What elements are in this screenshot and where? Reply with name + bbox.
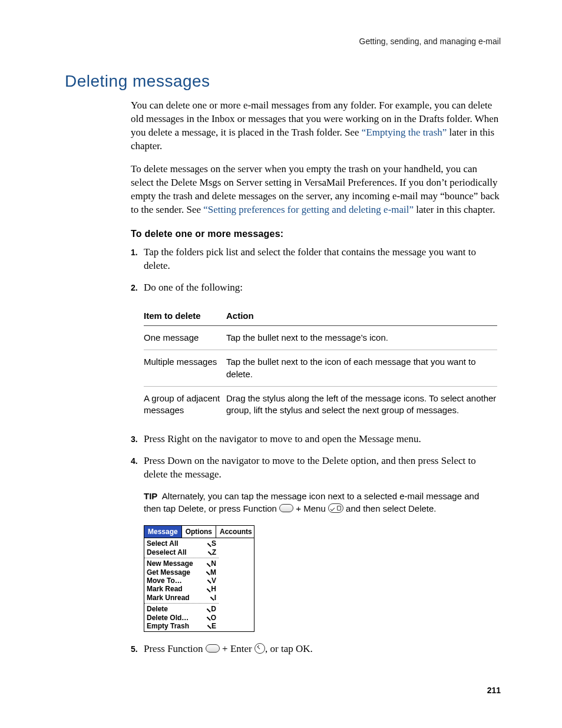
step-number: 1. bbox=[131, 246, 144, 273]
step-list-continued: 3. Press Right on the navigator to move … bbox=[131, 433, 501, 482]
menu-item: Delete Old…O bbox=[147, 614, 216, 622]
step-number: 4. bbox=[131, 454, 144, 482]
procedure-heading: To delete one or more messages: bbox=[131, 228, 501, 241]
step-number: 5. bbox=[131, 643, 144, 656]
text: Press Function bbox=[144, 643, 206, 654]
table-cell: A group of adjacent messages bbox=[144, 393, 226, 417]
text: + Enter bbox=[220, 643, 254, 654]
text: later in this chapter. bbox=[414, 204, 495, 215]
table-cell: One message bbox=[144, 332, 226, 344]
step-3: 3. Press Right on the navigator to move … bbox=[131, 433, 501, 446]
menu-item: New MessageN bbox=[147, 559, 216, 568]
link-setting-preferences[interactable]: “Setting preferences for getting and del… bbox=[203, 204, 414, 215]
menu-label: New Message bbox=[147, 559, 193, 568]
shortcut: Z bbox=[207, 548, 216, 556]
menu-item: Move To…V bbox=[147, 577, 216, 585]
step-1: 1. Tap the folders pick list and select … bbox=[131, 246, 501, 273]
menu-label: Delete Old… bbox=[147, 614, 189, 622]
function-key-icon bbox=[206, 644, 220, 653]
menu-label: Mark Read bbox=[147, 585, 183, 593]
body-content: You can delete one or more e-mail messag… bbox=[131, 99, 501, 656]
step-text: Tap the folders pick list and select the… bbox=[144, 246, 501, 273]
menu-item: Mark ReadH bbox=[147, 585, 216, 593]
table-row: Multiple messages Tap the bullet next to… bbox=[144, 350, 497, 387]
shortcut: O bbox=[206, 614, 216, 622]
menu-item: Mark UnreadI bbox=[147, 594, 216, 602]
menu-label: Deselect All bbox=[147, 548, 187, 556]
shortcut: D bbox=[206, 605, 216, 613]
shortcut: S bbox=[206, 539, 216, 548]
tab-message: Message bbox=[144, 526, 182, 538]
step-text: Do one of the following: bbox=[144, 281, 501, 295]
shortcut: N bbox=[206, 559, 216, 568]
menu-label: Get Message bbox=[147, 568, 190, 577]
table-cell: Tap the bullet next to the icon of each … bbox=[226, 356, 497, 380]
palm-menu-screenshot: Message Options Accounts Select AllS Des… bbox=[144, 525, 254, 632]
function-key-icon bbox=[279, 504, 293, 512]
tab-options: Options bbox=[182, 526, 216, 538]
step-number: 3. bbox=[131, 433, 144, 446]
menu-item: Deselect AllZ bbox=[147, 548, 216, 556]
menu-item: Select AllS bbox=[147, 539, 216, 548]
menu-item: Get MessageM bbox=[147, 568, 216, 577]
menu-group: New MessageN Get MessageM Move To…V Mark… bbox=[144, 558, 219, 604]
menu-label: Select All bbox=[147, 539, 178, 548]
step-text: Press Right on the navigator to move to … bbox=[144, 433, 501, 446]
table-cell: Multiple messages bbox=[144, 356, 226, 380]
menu-group: DeleteD Delete Old…O Empty TrashE bbox=[144, 604, 219, 631]
text: , or tap OK. bbox=[265, 643, 313, 654]
shortcut: M bbox=[205, 568, 216, 577]
menu-item: DeleteD bbox=[147, 605, 216, 613]
step-5: 5. Press Function + Enter , or tap OK. bbox=[131, 643, 501, 656]
paragraph: You can delete one or more e-mail messag… bbox=[131, 99, 501, 153]
table-header-row: Item to delete Action bbox=[144, 304, 497, 326]
table-row: One message Tap the bullet next to the m… bbox=[144, 326, 497, 350]
link-emptying-trash[interactable]: “Emptying the trash” bbox=[362, 127, 447, 138]
menu-label: Delete bbox=[147, 605, 168, 613]
paragraph: To delete messages on the server when yo… bbox=[131, 163, 501, 217]
running-header: Getting, sending, and managing e-mail bbox=[65, 37, 501, 46]
page-number: 211 bbox=[487, 686, 501, 695]
tip-block: TIP Alternately, you can tap the message… bbox=[144, 490, 497, 515]
tip-text: + Menu bbox=[293, 503, 328, 513]
step-list: 1. Tap the folders pick list and select … bbox=[131, 246, 501, 295]
menu-tabs: Message Options Accounts bbox=[144, 526, 254, 538]
tip-text: and then select Delete. bbox=[343, 503, 437, 513]
step-2: 2. Do one of the following: bbox=[131, 281, 501, 295]
menu-key-icon bbox=[328, 503, 343, 513]
action-table: Item to delete Action One message Tap th… bbox=[144, 304, 497, 423]
menu-item: Empty TrashE bbox=[147, 622, 216, 630]
shortcut: H bbox=[206, 585, 216, 593]
menu-label: Move To… bbox=[147, 577, 182, 585]
menu-label: Mark Unread bbox=[147, 594, 190, 602]
step-text: Press Down on the navigator to move to t… bbox=[144, 454, 501, 482]
table-header: Action bbox=[226, 310, 497, 322]
menu-group: Select AllS Deselect AllZ bbox=[144, 538, 219, 558]
shortcut: E bbox=[206, 622, 216, 630]
table-cell: Drag the stylus along the left of the me… bbox=[226, 393, 497, 417]
step-4: 4. Press Down on the navigator to move t… bbox=[131, 454, 501, 482]
step-list-continued: 5. Press Function + Enter , or tap OK. bbox=[131, 643, 501, 656]
shortcut: I bbox=[209, 594, 216, 602]
enter-key-icon bbox=[254, 643, 265, 654]
table-cell: Tap the bullet next to the message’s ico… bbox=[226, 332, 497, 344]
step-text: Press Function + Enter , or tap OK. bbox=[144, 643, 501, 656]
table-header: Item to delete bbox=[144, 310, 226, 322]
menu-label: Empty Trash bbox=[147, 622, 189, 630]
shortcut: V bbox=[206, 577, 216, 585]
tip-label: TIP bbox=[144, 491, 157, 501]
section-heading: Deleting messages bbox=[65, 72, 501, 91]
table-row: A group of adjacent messages Drag the st… bbox=[144, 387, 497, 423]
tab-accounts: Accounts bbox=[216, 526, 256, 538]
step-number: 2. bbox=[131, 281, 144, 295]
page: Getting, sending, and managing e-mail De… bbox=[0, 0, 562, 728]
